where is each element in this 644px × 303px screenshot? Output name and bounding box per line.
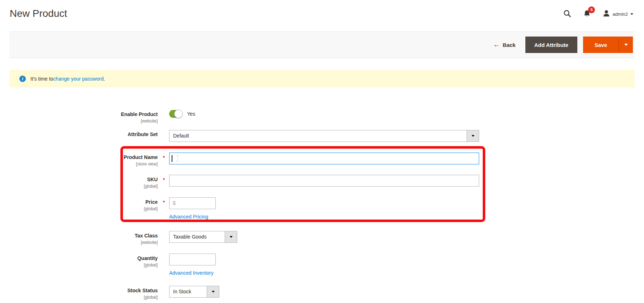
- attribute-set-row: Attribute Set Default: [0, 130, 644, 142]
- header-actions: 5 admin2: [563, 9, 633, 19]
- notification-badge: 5: [588, 6, 595, 13]
- currency-symbol: $: [173, 200, 176, 206]
- product-name-label-col: Product Name [store view] *: [0, 153, 158, 167]
- scope-label: [store view]: [0, 162, 158, 167]
- enable-product-label-col: Enable Product [website]: [0, 110, 158, 124]
- admin-page: New Product 5 admin2: [0, 0, 644, 303]
- attribute-set-label-col: Attribute Set: [0, 130, 158, 137]
- app-header: New Product 5 admin2: [0, 0, 644, 32]
- sku-input[interactable]: [169, 175, 479, 187]
- quantity-row: Quantity [global] Advanced Inventory: [0, 254, 644, 276]
- page-actions-bar: ← Back Add Attribute Save: [9, 32, 635, 58]
- field-label: Stock Status: [0, 288, 158, 293]
- back-arrow-icon: ←: [493, 41, 500, 49]
- username-label: admin2: [612, 11, 628, 17]
- enable-product-toggle[interactable]: [169, 110, 182, 118]
- banner-text-suffix: .: [104, 76, 105, 82]
- price-row: Price [global] * $ Advanced Pricing: [0, 197, 644, 220]
- caret-down-icon: [212, 291, 215, 293]
- scope-label: [global]: [0, 295, 158, 300]
- required-asterisk: *: [163, 155, 165, 160]
- user-menu[interactable]: admin2: [603, 10, 633, 19]
- select-value: Default: [170, 130, 467, 141]
- sku-label-col: SKU [global] *: [0, 175, 158, 189]
- caret-down-icon: [472, 135, 474, 137]
- ibeam-cursor-icon: [176, 155, 179, 162]
- stock-status-select[interactable]: In Stock: [169, 286, 219, 298]
- search-icon: [563, 10, 571, 19]
- price-label-col: Price [global] *: [0, 197, 158, 211]
- field-label: Tax Class: [0, 233, 158, 239]
- field-label: SKU: [0, 177, 158, 182]
- page-title: New Product: [10, 8, 67, 19]
- product-name-input[interactable]: [169, 153, 479, 164]
- advanced-inventory-link[interactable]: Advanced Inventory: [169, 270, 214, 276]
- required-asterisk: *: [163, 199, 165, 205]
- save-options-button[interactable]: [619, 37, 633, 53]
- field-label: Attribute Set: [0, 131, 158, 137]
- add-attribute-button[interactable]: Add Attribute: [525, 37, 577, 53]
- product-name-row: Product Name [store view] *: [0, 153, 644, 167]
- price-input[interactable]: [169, 197, 216, 209]
- select-value: Taxable Goods: [170, 231, 225, 242]
- stock-status-row: Stock Status [global] In Stock: [0, 286, 644, 300]
- tax-class-label-col: Tax Class [website]: [0, 231, 158, 245]
- tax-class-dropdown-button[interactable]: [225, 231, 237, 242]
- stock-status-label-col: Stock Status [global]: [0, 286, 158, 300]
- quantity-label-col: Quantity [global]: [0, 254, 158, 268]
- field-label: Quantity: [0, 255, 158, 261]
- chevron-down-icon: [630, 13, 633, 15]
- toggle-value-label: Yes: [187, 111, 195, 117]
- toggle-knob: [174, 110, 183, 118]
- tax-class-select[interactable]: Taxable Goods: [169, 231, 237, 243]
- tax-class-row: Tax Class [website] Taxable Goods: [0, 231, 644, 245]
- back-button[interactable]: ← Back: [493, 41, 516, 49]
- field-label: Price: [0, 199, 158, 205]
- field-label: Enable Product: [0, 111, 158, 117]
- select-value: In Stock: [170, 286, 207, 297]
- attribute-set-select[interactable]: Default: [169, 130, 479, 142]
- search-button[interactable]: [563, 10, 571, 19]
- scope-label: [global]: [0, 263, 158, 268]
- change-password-link[interactable]: change your password: [53, 76, 104, 82]
- notifications-button[interactable]: 5: [583, 9, 591, 19]
- enable-product-row: Enable Product [website] Yes: [0, 110, 644, 124]
- password-notice-banner: i It's time to change your password .: [9, 70, 635, 87]
- back-label: Back: [503, 42, 516, 48]
- caret-down-icon: [230, 236, 233, 238]
- save-split-button: Save: [583, 37, 633, 53]
- user-avatar-icon: [603, 10, 610, 19]
- scope-label: [global]: [0, 206, 158, 211]
- scope-label: [website]: [0, 240, 158, 245]
- quantity-input[interactable]: [169, 254, 216, 265]
- chevron-down-icon: [624, 44, 628, 46]
- attribute-set-dropdown-button[interactable]: [467, 130, 479, 141]
- stock-status-dropdown-button[interactable]: [207, 286, 219, 297]
- field-label: Product Name: [0, 154, 158, 160]
- text-caret: [172, 155, 172, 162]
- scope-label: [website]: [0, 119, 158, 124]
- save-button[interactable]: Save: [583, 37, 619, 53]
- info-icon: i: [19, 76, 26, 82]
- advanced-pricing-link[interactable]: Advanced Pricing: [169, 214, 208, 220]
- banner-text: It's time to: [30, 76, 53, 82]
- required-asterisk: *: [163, 177, 165, 183]
- scope-label: [global]: [0, 184, 158, 189]
- sku-row: SKU [global] *: [0, 175, 644, 189]
